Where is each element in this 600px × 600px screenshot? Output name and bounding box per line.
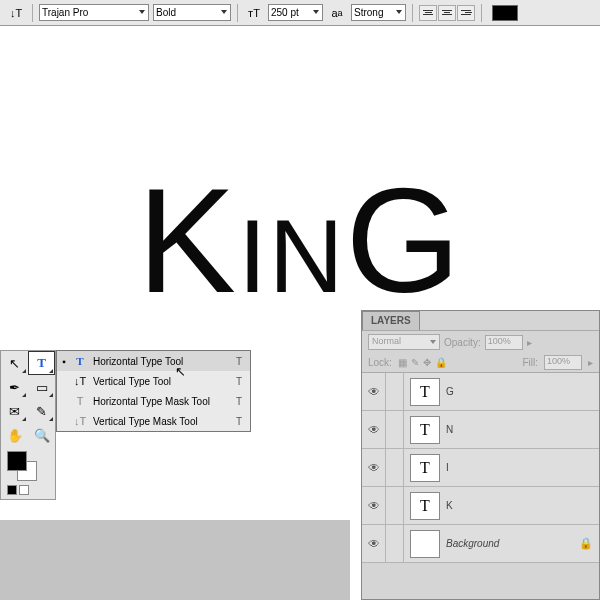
layers-list: 👁 T G 👁 T N 👁 T I 👁 T K 👁 Backgroun xyxy=(362,373,599,563)
font-size-icon: тT xyxy=(244,4,264,22)
opacity-arrow-icon[interactable]: ▸ xyxy=(527,337,532,348)
visibility-toggle[interactable]: 👁 xyxy=(362,487,386,524)
align-right-button[interactable] xyxy=(457,5,475,21)
flyout-label: Vertical Type Tool xyxy=(93,376,230,387)
font-family-select[interactable]: Trajan Pro xyxy=(39,4,149,21)
flyout-label: Horizontal Type Tool xyxy=(93,356,230,367)
layer-thumb[interactable]: T xyxy=(410,378,440,406)
type-tool-icon: ↓T xyxy=(6,4,26,22)
zoom-tool[interactable]: 🔍 xyxy=(28,423,55,447)
link-cell[interactable] xyxy=(386,525,404,562)
path-select-tool[interactable]: ↖ xyxy=(1,351,28,375)
tools-palette: ↖ T ✒ ▭ ✉ ✎ ✋ 🔍 xyxy=(0,350,56,500)
vertical-mask-icon: ↓T xyxy=(73,415,87,427)
font-size-select[interactable]: 250 pt xyxy=(268,4,323,21)
eyedropper-tool[interactable]: ✎ xyxy=(28,399,55,423)
layer-row-background[interactable]: 👁 Background 🔒 xyxy=(362,525,599,563)
visibility-toggle[interactable]: 👁 xyxy=(362,525,386,562)
canvas-text-k: K xyxy=(137,158,238,323)
font-family-value: Trajan Pro xyxy=(42,7,88,18)
color-swatches[interactable] xyxy=(1,447,55,499)
visibility-toggle[interactable]: 👁 xyxy=(362,373,386,410)
lock-label: Lock: xyxy=(368,357,392,368)
layers-lock-row: Lock: ▦ ✎ ✥ 🔒 Fill: 100% ▸ xyxy=(362,353,599,373)
layer-name[interactable]: G xyxy=(446,386,599,397)
canvas-text-in: IN xyxy=(238,198,346,314)
selected-dot-icon: ▪ xyxy=(61,356,67,367)
layer-row[interactable]: 👁 T K xyxy=(362,487,599,525)
separator xyxy=(237,4,238,22)
layer-thumb[interactable] xyxy=(410,530,440,558)
lock-all-icon[interactable]: 🔒 xyxy=(435,357,447,368)
panel-tabs: LAYERS xyxy=(362,311,599,331)
antialias-select[interactable]: Strong xyxy=(351,4,406,21)
layer-name[interactable]: I xyxy=(446,462,599,473)
lock-position-icon[interactable]: ✥ xyxy=(423,357,431,368)
layer-name[interactable]: Background xyxy=(446,538,579,549)
layer-name[interactable]: K xyxy=(446,500,599,511)
canvas-text: KING xyxy=(0,156,600,327)
text-align-group xyxy=(419,5,475,21)
lock-icons: ▦ ✎ ✥ 🔒 xyxy=(398,357,447,368)
fill-arrow-icon[interactable]: ▸ xyxy=(588,357,593,368)
layer-thumb[interactable]: T xyxy=(410,454,440,482)
separator xyxy=(412,4,413,22)
fill-label: Fill: xyxy=(522,357,538,368)
pen-tool[interactable]: ✒ xyxy=(1,375,28,399)
shape-tool[interactable]: ▭ xyxy=(28,375,55,399)
flyout-item-vertical-type[interactable]: ↓T Vertical Type Tool T xyxy=(57,371,250,391)
antialias-icon: aa xyxy=(327,4,347,22)
layers-tab[interactable]: LAYERS xyxy=(362,311,420,330)
link-cell[interactable] xyxy=(386,449,404,486)
align-center-button[interactable] xyxy=(438,5,456,21)
layer-thumb[interactable]: T xyxy=(410,416,440,444)
lock-pixels-icon[interactable]: ✎ xyxy=(411,357,419,368)
text-color-swatch[interactable] xyxy=(492,5,518,21)
hand-tool[interactable]: ✋ xyxy=(1,423,28,447)
visibility-toggle[interactable]: 👁 xyxy=(362,411,386,448)
flyout-shortcut: T xyxy=(236,376,246,387)
layer-row[interactable]: 👁 T G xyxy=(362,373,599,411)
visibility-toggle[interactable]: 👁 xyxy=(362,449,386,486)
separator xyxy=(481,4,482,22)
pasteboard xyxy=(0,520,350,600)
layer-row[interactable]: 👁 T I xyxy=(362,449,599,487)
lock-transparency-icon[interactable]: ▦ xyxy=(398,357,407,368)
lock-icon: 🔒 xyxy=(579,537,599,550)
layer-name[interactable]: N xyxy=(446,424,599,435)
notes-tool[interactable]: ✉ xyxy=(1,399,28,423)
flyout-item-horizontal-mask[interactable]: T Horizontal Type Mask Tool T xyxy=(57,391,250,411)
opacity-label: Opacity: xyxy=(444,337,481,348)
separator xyxy=(32,4,33,22)
layers-options-row: Normal Opacity: 100% ▸ xyxy=(362,331,599,353)
font-weight-select[interactable]: Bold xyxy=(153,4,231,21)
canvas-text-g: G xyxy=(346,158,463,323)
blend-mode-select[interactable]: Normal xyxy=(368,334,440,350)
fill-input[interactable]: 100% xyxy=(544,355,582,370)
layer-row[interactable]: 👁 T N xyxy=(362,411,599,449)
layer-thumb[interactable]: T xyxy=(410,492,440,520)
layers-panel: LAYERS Normal Opacity: 100% ▸ Lock: ▦ ✎ … xyxy=(361,310,600,600)
flyout-shortcut: T xyxy=(236,396,246,407)
opacity-input[interactable]: 100% xyxy=(485,335,523,350)
type-tool[interactable]: T xyxy=(28,351,55,375)
font-weight-value: Bold xyxy=(156,7,176,18)
font-size-value: 250 pt xyxy=(271,7,299,18)
link-cell[interactable] xyxy=(386,411,404,448)
vertical-type-icon: ↓T xyxy=(73,375,87,387)
antialias-value: Strong xyxy=(354,7,383,18)
flyout-label: Horizontal Type Mask Tool xyxy=(93,396,230,407)
flyout-shortcut: T xyxy=(236,356,246,367)
link-cell[interactable] xyxy=(386,373,404,410)
foreground-color-swatch[interactable] xyxy=(7,451,27,471)
type-tool-flyout: ▪ T Horizontal Type Tool T ↓T Vertical T… xyxy=(56,350,251,432)
horizontal-mask-icon: T xyxy=(73,395,87,407)
link-cell[interactable] xyxy=(386,487,404,524)
flyout-item-vertical-mask[interactable]: ↓T Vertical Type Mask Tool T xyxy=(57,411,250,431)
flyout-item-horizontal-type[interactable]: ▪ T Horizontal Type Tool T xyxy=(57,351,250,371)
type-options-bar: ↓T Trajan Pro Bold тT 250 pt aa Strong xyxy=(0,0,600,26)
flyout-label: Vertical Type Mask Tool xyxy=(93,416,230,427)
flyout-shortcut: T xyxy=(236,416,246,427)
horizontal-type-icon: T xyxy=(73,355,87,367)
align-left-button[interactable] xyxy=(419,5,437,21)
